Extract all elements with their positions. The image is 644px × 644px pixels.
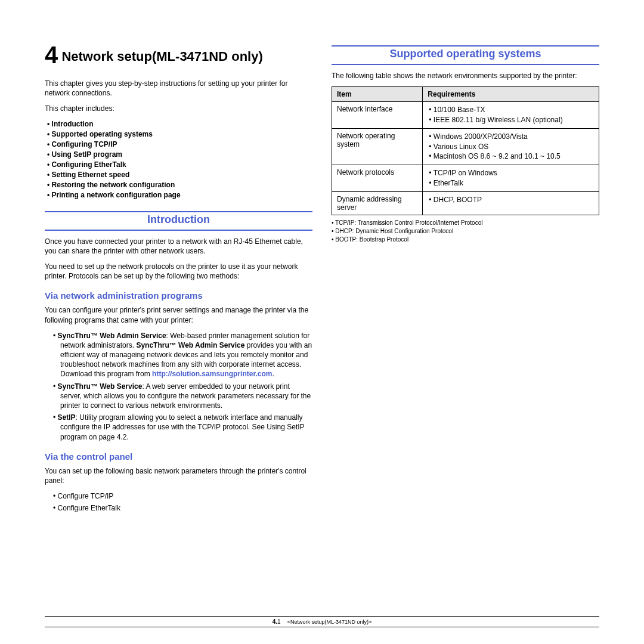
- intro-p1: Once you have connected your printer to …: [45, 237, 312, 256]
- intro-paragraph: This chapter gives you step-by-step inst…: [45, 79, 312, 98]
- toc-list: Introduction Supported operating systems…: [45, 120, 312, 199]
- subsection-title-panel: Via the control panel: [45, 451, 312, 462]
- toc-item[interactable]: Printing a network configuration page: [53, 191, 312, 199]
- th-req: Requirements: [423, 87, 599, 102]
- footnote: BOOTP: Bootstrap Protocol: [332, 236, 599, 244]
- panel-item: Configure TCP/IP: [60, 491, 312, 501]
- item-cell: Network protocols: [332, 165, 423, 192]
- toc-item[interactable]: Configuring EtherTalk: [53, 160, 312, 169]
- footer-chapter-ref: <Network setup(ML-3471ND only)>: [287, 619, 372, 625]
- chapter-title-text: Network setup(ML-3471ND only): [61, 49, 262, 64]
- download-link[interactable]: http://solution.samsungprinter.com: [152, 370, 272, 378]
- subsection-title-admin: Via network administration programs: [45, 290, 312, 301]
- page-number: 1: [277, 618, 281, 625]
- includes-label: This chapter includes:: [45, 104, 312, 113]
- item-cell: Network interface: [332, 102, 423, 129]
- item-cell: Network operating system: [332, 128, 423, 165]
- panel-lead: You can set up the following basic netwo…: [45, 466, 312, 485]
- table-row: Network operating system Windows 2000/XP…: [332, 128, 599, 165]
- section-rule: [332, 64, 599, 65]
- admin-item-syncthru-web: SyncThru™ Web Service: A web server embe…: [60, 382, 312, 411]
- admin-lead: You can configure your printer's print s…: [45, 305, 312, 324]
- req-cell: 10/100 Base-TX IEEE 802.11 b/g Wireless …: [423, 102, 599, 129]
- supported-lead: The following table shows the network en…: [332, 71, 599, 80]
- table-row: Network interface 10/100 Base-TX IEEE 80…: [332, 102, 599, 129]
- admin-bullets: SyncThru™ Web Admin Service: Web-based p…: [45, 331, 312, 442]
- chapter-title: 4 Network setup(ML-3471ND only): [45, 42, 312, 68]
- page-number-bold: 4.: [273, 618, 277, 625]
- bold-label: SyncThru™ Web Admin Service: [58, 332, 166, 340]
- table-header-row: Item Requirements: [332, 87, 599, 102]
- page-footer: 4.1 <Network setup(ML-3471ND only)>: [45, 616, 599, 627]
- req-cell: Windows 2000/XP/2003/Vista Various Linux…: [423, 128, 599, 165]
- panel-item: Configure EtherTalk: [60, 503, 312, 513]
- chapter-number: 4: [45, 42, 58, 68]
- section-rule: [45, 211, 312, 212]
- item-cell: Dynamic addressing server: [332, 191, 423, 215]
- section-rule: [332, 45, 599, 47]
- footnotes: TCP/IP: Transmission Control Protocol/In…: [332, 219, 599, 244]
- req-cell: DHCP, BOOTP: [423, 191, 599, 215]
- toc-item[interactable]: Using SetIP program: [53, 150, 312, 159]
- bold-label: SyncThru™ Web Admin Service: [136, 341, 244, 349]
- toc-item[interactable]: Setting Ethernet speed: [53, 171, 312, 179]
- footnote: DHCP: Dynamic Host Configuration Protoco…: [332, 227, 599, 236]
- section-rule: [45, 230, 312, 231]
- bold-label: SyncThru™ Web Service: [58, 382, 143, 391]
- admin-item-setip: SetIP: Utility program allowing you to s…: [60, 413, 312, 442]
- th-item: Item: [332, 87, 423, 102]
- admin-item-syncthru-admin: SyncThru™ Web Admin Service: Web-based p…: [60, 331, 312, 379]
- toc-item[interactable]: Configuring TCP/IP: [53, 140, 312, 148]
- section-title-supported: Supported operating systems: [332, 48, 599, 60]
- table-row: Network protocols TCP/IP on Windows Ethe…: [332, 165, 599, 192]
- intro-p2: You need to set up the network protocols…: [45, 262, 312, 281]
- toc-item[interactable]: Restoring the network configuration: [53, 181, 312, 189]
- footnote: TCP/IP: Transmission Control Protocol/In…: [332, 219, 599, 227]
- bold-label: SetIP: [58, 413, 76, 422]
- toc-item[interactable]: Introduction: [53, 120, 312, 128]
- section-title-introduction: Introduction: [45, 213, 312, 226]
- req-cell: TCP/IP on Windows EtherTalk: [423, 165, 599, 192]
- table-row: Dynamic addressing server DHCP, BOOTP: [332, 191, 599, 215]
- panel-bullets: Configure TCP/IP Configure EtherTalk: [45, 491, 312, 513]
- toc-item[interactable]: Supported operating systems: [53, 130, 312, 138]
- requirements-table: Item Requirements Network interface 10/1…: [332, 86, 599, 215]
